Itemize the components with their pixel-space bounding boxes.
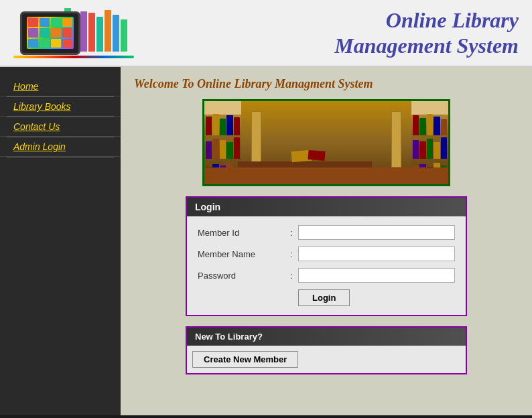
member-name-input[interactable]: [298, 247, 455, 261]
member-id-colon: :: [285, 228, 298, 238]
login-header: Login: [187, 198, 466, 216]
member-id-row: Member Id :: [192, 222, 460, 243]
new-member-section: New To Library? Create New Member: [186, 326, 467, 374]
new-member-header: New To Library?: [187, 328, 466, 346]
footer: Design By: Bhaumik Mevada: [0, 415, 532, 418]
login-section: Login Member Id : Member Name : Password…: [186, 196, 467, 316]
main-layout: Home Library Books Contact Us Admin Logi…: [0, 67, 532, 415]
login-button-row: Login: [192, 286, 460, 309]
login-button[interactable]: Login: [298, 289, 350, 306]
new-member-body: Create New Member: [187, 346, 466, 373]
member-id-label: Member Id: [198, 228, 285, 238]
member-name-colon: :: [285, 249, 298, 259]
sidebar-item-admin-login[interactable]: Admin Login: [0, 137, 121, 157]
password-row: Password :: [192, 265, 460, 286]
password-input[interactable]: [298, 268, 455, 283]
member-id-input[interactable]: [298, 225, 455, 240]
page-header: Online Library Management System: [0, 0, 532, 67]
site-title: Online Library Management System: [147, 7, 519, 59]
create-member-button[interactable]: Create New Member: [192, 351, 298, 368]
content-area: Welcome To Online Library Managment Syst…: [121, 67, 532, 415]
welcome-heading: Welcome To Online Library Managment Syst…: [134, 77, 519, 91]
member-name-row: Member Name :: [192, 243, 460, 265]
sidebar-item-home[interactable]: Home: [0, 77, 121, 96]
tablet-icon: [20, 11, 80, 55]
sidebar-item-contact-us[interactable]: Contact Us: [0, 117, 121, 137]
title-line2: Management System: [334, 33, 519, 58]
sidebar: Home Library Books Contact Us Admin Logi…: [0, 67, 121, 415]
member-name-label: Member Name: [198, 249, 285, 259]
library-image: [202, 99, 450, 186]
password-label: Password: [198, 271, 285, 281]
logo-area: [13, 5, 147, 62]
password-colon: :: [285, 271, 298, 281]
pencil-decoration: [13, 56, 134, 58]
title-line1: Online Library: [386, 8, 519, 32]
sidebar-item-library-books[interactable]: Library Books: [0, 97, 121, 117]
login-form: Member Id : Member Name : Password :: [187, 216, 466, 315]
